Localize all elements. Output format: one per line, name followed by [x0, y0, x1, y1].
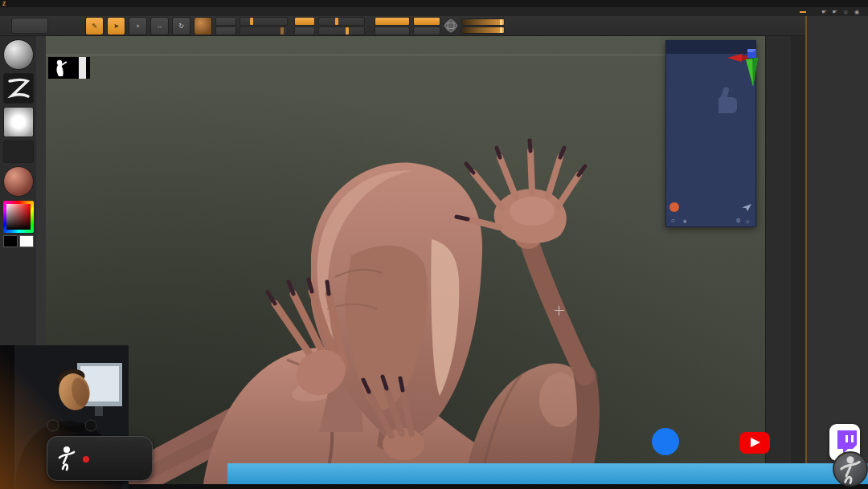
move-icon: +	[136, 22, 140, 30]
scale-button[interactable]: ↔	[150, 17, 169, 35]
facebook-icon[interactable]	[652, 428, 679, 455]
rotate-icon: ↻	[178, 22, 184, 30]
right-shelf	[765, 36, 791, 489]
window-titlebar: Z	[0, 0, 868, 7]
color-picker[interactable]	[3, 201, 34, 233]
emoji-icon[interactable]: ☺	[745, 218, 751, 224]
current-alpha-slot[interactable]	[3, 107, 34, 138]
draw-brush-icon: ➤	[113, 22, 119, 30]
rgb-button[interactable]	[215, 26, 236, 35]
edit-pen-icon: ✎	[92, 22, 97, 30]
undivide-ratio-slider[interactable]	[461, 26, 505, 34]
zbrush-runner-icon	[55, 446, 78, 471]
live-red-dot	[83, 456, 89, 463]
zbrush-app-icon: Z	[2, 0, 6, 7]
texture-thumbnail	[3, 141, 34, 163]
z-intensity-slider[interactable]	[240, 17, 288, 26]
showpt-button[interactable]	[413, 26, 440, 35]
mrgb-button[interactable]	[215, 17, 236, 26]
swatch-black[interactable]	[3, 235, 18, 247]
current-brush-slot[interactable]	[3, 39, 34, 71]
hand-picker-icon[interactable]: ☛	[821, 9, 826, 15]
zadd-button[interactable]	[294, 17, 315, 26]
send-icon[interactable]	[741, 202, 752, 212]
fitobject-button[interactable]	[375, 26, 410, 35]
sculpt-cursor-crosshair	[555, 306, 564, 316]
current-material-slot[interactable]	[3, 166, 34, 198]
draw-size-slider[interactable]	[318, 26, 365, 35]
sphere-icon[interactable]: ◉	[854, 9, 859, 15]
chat-footer-row: ∅ ◉ ⚙ ☺	[671, 218, 751, 224]
chat-avatar[interactable]	[669, 202, 679, 212]
sculptris-pro-globe-button[interactable]	[444, 18, 458, 33]
draw-button[interactable]: ➤	[107, 17, 125, 35]
slash-icon[interactable]: ∅	[671, 218, 675, 223]
current-texture-slot[interactable]	[3, 141, 34, 164]
color-swatches	[3, 235, 34, 247]
move-button[interactable]: +	[129, 17, 147, 35]
current-stroke-slot[interactable]	[3, 73, 34, 104]
double-button[interactable]	[413, 17, 440, 26]
reference-thumbnail[interactable]	[48, 57, 90, 79]
top-shelf-toolbar: ✎ ➤ + ↔ ↻	[0, 16, 868, 36]
gear-icon[interactable]: ⚙	[736, 218, 741, 224]
focal-shift-slider[interactable]	[318, 17, 365, 26]
stroke-thumbnail	[3, 73, 34, 104]
rotate-button[interactable]: ↻	[172, 17, 190, 35]
current-material-swatch[interactable]	[194, 17, 212, 35]
rgb-intensity-slider[interactable]	[240, 26, 288, 35]
eye-icon[interactable]: ◉	[683, 218, 687, 223]
alpha-thumbnail	[3, 107, 34, 137]
material-thumbnail	[3, 166, 34, 197]
menu-bar: ☛ ☛ ☺ ◉	[0, 7, 868, 16]
user-icon[interactable]: ☺	[843, 9, 849, 14]
menu-right-cluster: ☛ ☛ ☺ ◉	[792, 7, 865, 16]
brush-thumbnail	[3, 39, 34, 70]
backfacemask-button[interactable]	[375, 17, 410, 26]
sculpt-canvas[interactable]	[36, 36, 765, 489]
right-tray-tool-palette	[805, 16, 868, 489]
zbrush-circle-logo	[833, 451, 868, 487]
axis-gizmo[interactable]	[726, 47, 761, 90]
zbrush-live-badge	[47, 436, 153, 481]
hand-config-icon[interactable]: ☛	[832, 9, 837, 15]
stream-title-banner	[227, 463, 868, 484]
youtube-icon[interactable]	[739, 432, 770, 454]
lightbox-button[interactable]	[11, 18, 48, 34]
edit-button[interactable]: ✎	[85, 17, 104, 35]
subdivide-size-slider[interactable]	[461, 18, 505, 26]
document-viewport	[46, 36, 765, 489]
scale-icon: ↔	[157, 22, 163, 30]
zsub-button[interactable]	[294, 26, 315, 35]
bottom-strip	[0, 484, 868, 489]
swatch-white[interactable]	[19, 235, 34, 247]
chat-input-row	[669, 201, 752, 214]
